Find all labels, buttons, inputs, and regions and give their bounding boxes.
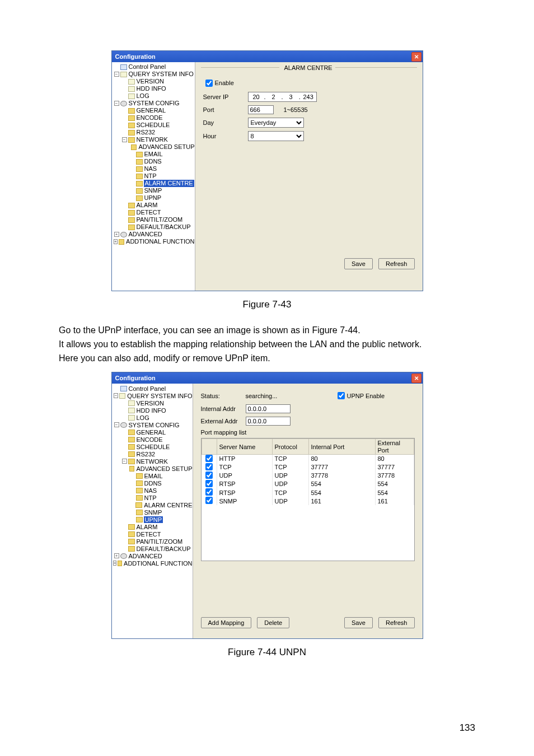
- server-ip-input[interactable]: 20. 2. 3. 243: [248, 92, 317, 102]
- tree-item[interactable]: +ADVANCED: [112, 231, 195, 238]
- tree-item[interactable]: DEFAULT/BACKUP: [112, 223, 195, 231]
- tree-item[interactable]: LOG: [112, 414, 193, 421]
- tree-item[interactable]: DDNS: [112, 479, 193, 487]
- expand-icon[interactable]: +: [114, 232, 119, 237]
- tree-item[interactable]: SCHEDULE: [112, 122, 195, 129]
- table-row[interactable]: RTSPUDP554554: [202, 480, 414, 488]
- upnp-enable-checkbox[interactable]: [338, 392, 345, 399]
- tree-item[interactable]: NTP: [112, 172, 195, 180]
- tree-item[interactable]: SCHEDULE: [112, 443, 193, 450]
- tree-item[interactable]: VERSION: [112, 399, 193, 407]
- tree-item[interactable]: RS232: [112, 450, 193, 458]
- row-checkbox[interactable]: [205, 488, 213, 496]
- tree-item[interactable]: +ADDTIONAL FUNCTION: [112, 238, 195, 245]
- row-checkbox[interactable]: [205, 497, 213, 504]
- tree-item[interactable]: ENCODE: [112, 436, 193, 443]
- tree-item[interactable]: EMAIL: [112, 472, 193, 479]
- tree-item[interactable]: GENERAL: [112, 107, 195, 114]
- tree-item[interactable]: ADVANCED SETUP: [112, 465, 193, 472]
- refresh-button[interactable]: Refresh: [378, 258, 415, 269]
- table-row[interactable]: UDPUDP3777837778: [202, 472, 414, 480]
- tree-item[interactable]: −NETWORK: [112, 136, 195, 143]
- collapse-icon[interactable]: −: [114, 72, 119, 77]
- save-button[interactable]: Save: [344, 258, 373, 269]
- tree-item[interactable]: HDD INFO: [112, 407, 193, 414]
- expand-icon[interactable]: +: [113, 561, 117, 566]
- tree-item[interactable]: −QUERY SYSTEM INFO: [112, 392, 193, 399]
- panel-icon: [120, 64, 127, 70]
- tree-item[interactable]: Control Panel: [112, 63, 195, 71]
- collapse-icon[interactable]: −: [114, 422, 119, 427]
- tree-item[interactable]: VERSION: [112, 78, 195, 85]
- tree-pane[interactable]: Control Panel−QUERY SYSTEM INFOVERSIONHD…: [112, 62, 195, 291]
- tree-item[interactable]: DETECT: [112, 209, 195, 216]
- row-checkbox[interactable]: [205, 480, 213, 487]
- tree-item[interactable]: HDD INFO: [112, 85, 195, 92]
- hour-select[interactable]: 8: [248, 131, 304, 141]
- close-icon[interactable]: ✕: [411, 374, 421, 383]
- tree-item[interactable]: NAS: [112, 487, 193, 494]
- tree-item[interactable]: ALARM CENTRE: [112, 180, 195, 187]
- tree-item[interactable]: SNMP: [112, 187, 195, 194]
- table-row[interactable]: TCPTCP3777737777: [202, 463, 414, 472]
- tree-item[interactable]: LOG: [112, 92, 195, 100]
- refresh-button[interactable]: Refresh: [378, 617, 415, 628]
- tree-item[interactable]: +ADDTIONAL FUNCTION: [112, 559, 193, 567]
- save-button[interactable]: Save: [344, 617, 373, 628]
- tree-item[interactable]: DETECT: [112, 530, 193, 538]
- tree-item[interactable]: −SYSTEM CONFIG: [112, 100, 195, 107]
- tree-item[interactable]: DDNS: [112, 158, 195, 165]
- row-checkbox[interactable]: [205, 455, 213, 462]
- tree-item[interactable]: ENCODE: [112, 114, 195, 122]
- file-icon: [128, 415, 135, 421]
- port-input[interactable]: [248, 105, 274, 114]
- enable-checkbox[interactable]: [205, 80, 213, 87]
- table-row[interactable]: RTSPTCP554554: [202, 488, 414, 497]
- tree-item[interactable]: ALARM: [112, 523, 193, 530]
- tree-item[interactable]: −NETWORK: [112, 458, 193, 465]
- tree-pane[interactable]: Control Panel−QUERY SYSTEM INFOVERSIONHD…: [112, 384, 193, 638]
- folder-icon: [128, 539, 135, 544]
- delete-button[interactable]: Delete: [257, 617, 289, 628]
- tree-item-label: DETECT: [136, 531, 161, 538]
- tree-item[interactable]: NAS: [112, 165, 195, 172]
- tree-item[interactable]: SNMP: [112, 508, 193, 516]
- folder-icon: [128, 217, 135, 223]
- folder-icon: [128, 444, 135, 450]
- collapse-icon[interactable]: −: [122, 459, 127, 464]
- expand-icon[interactable]: +: [114, 553, 119, 558]
- tree-item[interactable]: UPNP: [112, 194, 195, 202]
- tree-item[interactable]: ALARM: [112, 202, 195, 209]
- close-icon[interactable]: ✕: [411, 52, 421, 62]
- tree-item-label: SNMP: [144, 509, 162, 516]
- expand-icon[interactable]: +: [114, 239, 118, 244]
- tree-item[interactable]: PAN/TILT/ZOOM: [112, 538, 193, 545]
- tree-item[interactable]: NTP: [112, 494, 193, 501]
- collapse-icon[interactable]: −: [114, 393, 118, 398]
- tree-item[interactable]: −QUERY SYSTEM INFO: [112, 71, 195, 78]
- internal-addr-input[interactable]: [246, 404, 291, 413]
- table-row[interactable]: HTTPTCP8080: [202, 454, 414, 463]
- port-mapping-table[interactable]: Server Name Protocol Internal Port Exter…: [201, 438, 415, 561]
- tree-item[interactable]: ADVANCED SETUP: [112, 143, 195, 151]
- collapse-icon[interactable]: −: [122, 137, 127, 142]
- tree-item[interactable]: RS232: [112, 129, 195, 136]
- tree-item[interactable]: EMAIL: [112, 151, 195, 158]
- table-row[interactable]: SNMPUDP161161: [202, 497, 414, 505]
- row-checkbox[interactable]: [205, 472, 213, 479]
- day-select[interactable]: Everyday: [248, 118, 304, 128]
- add-mapping-button[interactable]: Add Mapping: [201, 617, 252, 628]
- tree-item[interactable]: +ADVANCED: [112, 552, 193, 559]
- collapse-icon[interactable]: −: [114, 101, 119, 106]
- tree-item[interactable]: GENERAL: [112, 428, 193, 436]
- tree-item[interactable]: DEFAULT/BACKUP: [112, 545, 193, 552]
- external-addr-input[interactable]: [246, 417, 291, 426]
- panel-icon: [120, 386, 127, 391]
- tree-item[interactable]: UPNP: [112, 516, 193, 523]
- config-window-alarm: Configuration ✕ Control Panel−QUERY SYST…: [111, 50, 423, 291]
- tree-item[interactable]: PAN/TILT/ZOOM: [112, 216, 195, 223]
- tree-item[interactable]: Control Panel: [112, 385, 193, 392]
- tree-item[interactable]: −SYSTEM CONFIG: [112, 421, 193, 428]
- row-checkbox[interactable]: [205, 463, 213, 470]
- tree-item[interactable]: ALARM CENTRE: [112, 501, 193, 508]
